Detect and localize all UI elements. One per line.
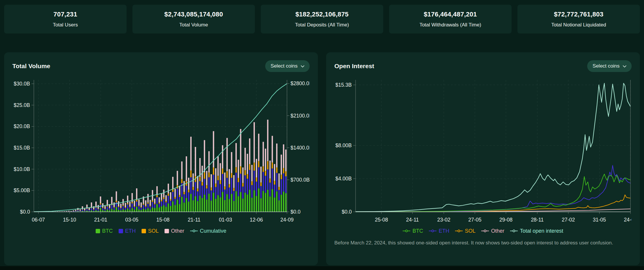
svg-text:25-08: 25-08 bbox=[375, 217, 388, 223]
svg-text:$15.3B: $15.3B bbox=[336, 82, 352, 88]
svg-text:$2100.0B: $2100.0B bbox=[291, 113, 310, 119]
svg-text:$30.0B: $30.0B bbox=[14, 81, 30, 87]
svg-text:15-10: 15-10 bbox=[63, 217, 76, 223]
legend-swatch-icon bbox=[96, 229, 100, 233]
legend-label: Cumulative bbox=[200, 228, 226, 234]
legend-item-eth[interactable]: ETH bbox=[429, 228, 449, 234]
legend-label: SOL bbox=[465, 228, 475, 234]
stat-value: $2,743,085,174,080 bbox=[164, 11, 223, 18]
legend-item-btc[interactable]: BTC bbox=[96, 228, 113, 234]
svg-text:01-03: 01-03 bbox=[219, 217, 232, 223]
svg-text:24-09: 24-09 bbox=[624, 217, 632, 223]
open-interest-legend: BTCETHSOLOtherTotal open interest bbox=[334, 227, 632, 234]
svg-text:21-01: 21-01 bbox=[94, 217, 107, 223]
legend-item-eth[interactable]: ETH bbox=[119, 228, 136, 234]
open-interest-note: Before March 22, 2024, this showed one-s… bbox=[334, 239, 626, 247]
legend-item-other[interactable]: Other bbox=[481, 228, 504, 234]
stat-label: Total Deposits (All Time) bbox=[295, 22, 349, 28]
legend-line-dot-icon bbox=[190, 229, 198, 233]
svg-text:$700.0B: $700.0B bbox=[291, 177, 310, 183]
svg-text:15-08: 15-08 bbox=[156, 217, 170, 223]
legend-line-dot-icon bbox=[403, 229, 410, 233]
svg-text:27-05: 27-05 bbox=[468, 217, 482, 223]
svg-text:28-11: 28-11 bbox=[531, 217, 544, 223]
svg-text:$15.0B: $15.0B bbox=[14, 145, 30, 151]
stat-card-total-users: 707,231 Total Users bbox=[4, 5, 127, 33]
stats-row: 707,231 Total Users $2,743,085,174,080 T… bbox=[0, 0, 644, 33]
chevron-down-icon bbox=[301, 63, 304, 69]
legend-label: BTC bbox=[412, 228, 423, 234]
svg-text:$8.00B: $8.00B bbox=[336, 142, 352, 148]
select-coins-label: Select coins bbox=[592, 63, 620, 69]
legend-item-sol[interactable]: SOL bbox=[142, 228, 159, 234]
svg-text:$2800.0B: $2800.0B bbox=[291, 81, 310, 86]
stat-value: $182,252,106,875 bbox=[296, 11, 349, 18]
svg-text:$25.0B: $25.0B bbox=[14, 102, 30, 108]
legend-item-btc[interactable]: BTC bbox=[403, 228, 423, 234]
legend-line-dot-icon bbox=[510, 229, 518, 233]
svg-text:$4.00B: $4.00B bbox=[336, 176, 352, 182]
total-volume-chart[interactable]: $0.0$5.00B$10.0B$15.0B$20.0B$25.0B$30.0B… bbox=[12, 77, 310, 224]
legend-label: Other bbox=[171, 228, 184, 234]
open-interest-title: Open Interest bbox=[334, 63, 374, 70]
legend-label: Other bbox=[491, 228, 504, 234]
stat-label: Total Withdrawals (All Time) bbox=[419, 22, 481, 28]
stat-label: Total Users bbox=[53, 22, 78, 28]
svg-text:$0.0: $0.0 bbox=[20, 209, 30, 215]
stat-label: Total Volume bbox=[179, 22, 208, 28]
legend-label: ETH bbox=[439, 228, 449, 234]
legend-label: ETH bbox=[125, 228, 136, 234]
stat-value: 707,231 bbox=[54, 11, 77, 18]
stat-card-total-volume: $2,743,085,174,080 Total Volume bbox=[132, 5, 255, 33]
legend-label: Total open interest bbox=[520, 228, 563, 234]
svg-text:24-09: 24-09 bbox=[280, 217, 294, 223]
total-volume-title: Total Volume bbox=[12, 63, 50, 70]
legend-swatch-icon bbox=[165, 229, 169, 233]
select-coins-button[interactable]: Select coins bbox=[265, 60, 310, 72]
stat-value: $176,464,487,201 bbox=[424, 11, 477, 18]
stat-card-total-notional-liquidated: $72,772,761,803 Total Notional Liquidate… bbox=[517, 5, 640, 33]
dashboard-page: 707,231 Total Users $2,743,085,174,080 T… bbox=[0, 0, 644, 270]
stat-label: Total Notional Liquidated bbox=[551, 22, 606, 28]
svg-text:$20.0B: $20.0B bbox=[14, 123, 30, 129]
legend-swatch-icon bbox=[142, 229, 146, 233]
total-volume-header: Total Volume Select coins bbox=[12, 60, 310, 72]
open-interest-header: Open Interest Select coins bbox=[334, 60, 632, 72]
svg-text:12-06: 12-06 bbox=[250, 217, 263, 223]
total-volume-legend: BTCETHSOLOtherCumulative bbox=[12, 227, 310, 234]
legend-swatch-icon bbox=[119, 229, 123, 233]
charts-row: Total Volume Select coins $0.0$5.00B$10.… bbox=[4, 52, 640, 265]
total-volume-panel: Total Volume Select coins $0.0$5.00B$10.… bbox=[4, 52, 318, 265]
svg-text:$0.0: $0.0 bbox=[342, 209, 352, 215]
open-interest-chart[interactable]: $0.0$4.00B$8.00B$15.3B25-0824-1123-0227-… bbox=[334, 77, 632, 224]
svg-text:06-07: 06-07 bbox=[32, 217, 45, 223]
stat-card-total-withdrawals: $176,464,487,201 Total Withdrawals (All … bbox=[389, 5, 512, 33]
svg-text:$0.0: $0.0 bbox=[291, 209, 301, 215]
svg-text:24-11: 24-11 bbox=[406, 217, 419, 223]
svg-text:$1400.0B: $1400.0B bbox=[291, 145, 310, 151]
svg-text:03-05: 03-05 bbox=[125, 217, 138, 223]
svg-text:31-05: 31-05 bbox=[593, 217, 606, 223]
select-coins-button[interactable]: Select coins bbox=[587, 60, 632, 72]
stat-card-total-deposits: $182,252,106,875 Total Deposits (All Tim… bbox=[261, 5, 383, 33]
legend-item-total-open-interest[interactable]: Total open interest bbox=[510, 228, 563, 234]
legend-item-sol[interactable]: SOL bbox=[455, 228, 475, 234]
svg-text:29-08: 29-08 bbox=[499, 217, 513, 223]
legend-line-dot-icon bbox=[455, 229, 463, 233]
bottom-strip bbox=[0, 266, 644, 270]
legend-line-dot-icon bbox=[429, 229, 436, 233]
chevron-down-icon bbox=[623, 63, 626, 69]
svg-text:$5.00B: $5.00B bbox=[14, 187, 30, 193]
legend-item-other[interactable]: Other bbox=[165, 228, 184, 234]
legend-line-dot-icon bbox=[481, 229, 489, 233]
svg-text:21-11: 21-11 bbox=[188, 217, 200, 223]
select-coins-label: Select coins bbox=[270, 63, 298, 69]
stat-value: $72,772,761,803 bbox=[554, 11, 603, 18]
svg-text:23-02: 23-02 bbox=[437, 217, 450, 223]
open-interest-panel: Open Interest Select coins $0.0$4.00B$8.… bbox=[326, 52, 640, 265]
svg-text:27-02: 27-02 bbox=[562, 217, 575, 223]
legend-label: BTC bbox=[102, 228, 113, 234]
legend-label: SOL bbox=[148, 228, 159, 234]
svg-text:$10.0B: $10.0B bbox=[14, 166, 30, 172]
legend-item-cumulative[interactable]: Cumulative bbox=[190, 228, 226, 234]
